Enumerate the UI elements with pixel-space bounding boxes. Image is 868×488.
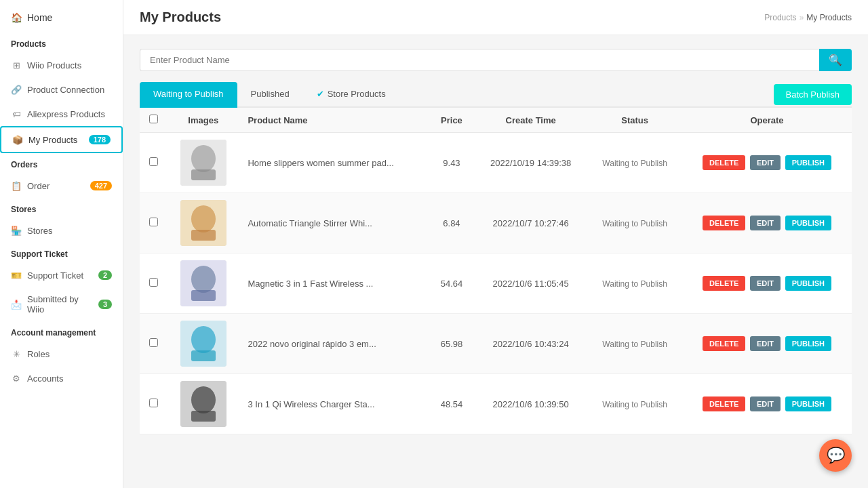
search-button[interactable]: 🔍 bbox=[819, 49, 852, 71]
product-image-2 bbox=[180, 200, 226, 246]
sidebar-label-accounts: Accounts bbox=[27, 373, 63, 384]
sidebar-item-stores[interactable]: 🏪 Stores bbox=[0, 218, 123, 243]
row-checkbox-1[interactable] bbox=[149, 157, 158, 166]
main-content: My Products Products » My Products 🔍 Wai… bbox=[123, 0, 868, 488]
sidebar-item-submitted-by-wiio[interactable]: 📩 Submitted by Wiio 3 bbox=[0, 287, 123, 321]
delete-button-2[interactable]: DELETE bbox=[703, 216, 745, 230]
delete-button-4[interactable]: DELETE bbox=[703, 336, 745, 351]
product-operate-1: DELETE EDIT PUBLISH bbox=[682, 133, 852, 193]
publish-button-5[interactable]: PUBLISH bbox=[785, 396, 831, 411]
product-image-3 bbox=[180, 260, 226, 306]
table-header-status: Status bbox=[587, 108, 682, 133]
product-operate-2: DELETE EDIT PUBLISH bbox=[682, 193, 852, 253]
sidebar-section-orders: Orders 📋 Order 427 bbox=[0, 153, 123, 198]
product-price-2: 6.84 bbox=[429, 193, 474, 253]
product-operate-5: DELETE EDIT PUBLISH bbox=[682, 374, 852, 434]
sidebar-item-product-connection[interactable]: 🔗 Product Connection bbox=[0, 77, 123, 102]
product-table: Images Product Name Price Create Time St… bbox=[140, 108, 852, 434]
product-price-3: 54.64 bbox=[429, 253, 474, 314]
sidebar-section-support-ticket: Support Ticket 🎫 Support Ticket 2 📩 Subm… bbox=[0, 243, 123, 321]
product-create-time-5: 2022/10/6 10:39:50 bbox=[474, 374, 587, 434]
product-status-2: Waiting to Publish bbox=[587, 193, 682, 253]
table-row: Home slippers women summer pad...9.43202… bbox=[140, 133, 852, 193]
select-all-checkbox[interactable] bbox=[149, 115, 158, 123]
product-price-5: 48.54 bbox=[429, 374, 474, 434]
delete-button-3[interactable]: DELETE bbox=[703, 276, 745, 291]
edit-button-1[interactable]: EDIT bbox=[750, 155, 781, 170]
search-input[interactable] bbox=[140, 49, 819, 71]
product-name-2: Automatic Triangle Stirrer Whi... bbox=[239, 193, 429, 253]
sidebar-label-aliexpress-products: Aliexpress Products bbox=[27, 109, 105, 119]
publish-button-1[interactable]: PUBLISH bbox=[785, 155, 831, 170]
table-row: Magnetic 3 in 1 Fast Wireless ...54.6420… bbox=[140, 253, 852, 314]
edit-button-3[interactable]: EDIT bbox=[750, 276, 781, 291]
sidebar-section-products: Products ⊞ Wiio Products 🔗 Product Conne… bbox=[0, 33, 123, 153]
tabs-row: Waiting to Publish Published ✔ Store Pro… bbox=[140, 82, 852, 108]
sidebar-item-wiio-products[interactable]: ⊞ Wiio Products bbox=[0, 53, 123, 77]
svg-point-4 bbox=[191, 205, 216, 232]
row-checkbox-3[interactable] bbox=[149, 278, 158, 287]
sidebar-item-aliexpress-products[interactable]: 🏷 Aliexpress Products bbox=[0, 102, 123, 126]
sidebar-label-roles: Roles bbox=[27, 349, 50, 359]
sidebar-item-my-products[interactable]: 📦 My Products 178 bbox=[0, 126, 123, 153]
tab-store-products[interactable]: ✔ Store Products bbox=[303, 82, 399, 108]
order-badge: 427 bbox=[90, 181, 112, 190]
product-create-time-3: 2022/10/6 11:05:45 bbox=[474, 253, 587, 314]
product-image-5 bbox=[180, 381, 226, 427]
product-price-1: 9.43 bbox=[429, 133, 474, 193]
publish-button-4[interactable]: PUBLISH bbox=[785, 336, 831, 351]
table-header-create-time: Create Time bbox=[474, 108, 587, 133]
breadcrumb: Products » My Products bbox=[764, 13, 852, 22]
account-management-section-label: Account management bbox=[0, 321, 123, 342]
table-header-product-name: Product Name bbox=[239, 108, 429, 133]
product-operate-3: DELETE EDIT PUBLISH bbox=[682, 253, 852, 314]
svg-rect-2 bbox=[191, 169, 216, 180]
row-checkbox-2[interactable] bbox=[149, 218, 158, 226]
table-header-images: Images bbox=[167, 108, 239, 133]
sidebar-label-support-ticket: Support Ticket bbox=[27, 270, 83, 281]
svg-point-13 bbox=[191, 386, 216, 413]
sidebar-home[interactable]: 🏠 Home bbox=[0, 0, 123, 33]
sidebar-item-order[interactable]: 📋 Order 427 bbox=[0, 174, 123, 198]
sidebar-label-submitted-by-wiio: Submitted by Wiio bbox=[27, 294, 93, 314]
product-operate-4: DELETE EDIT PUBLISH bbox=[682, 314, 852, 374]
table-row: Automatic Triangle Stirrer Whi...6.84202… bbox=[140, 193, 852, 253]
product-name-1: Home slippers women summer pad... bbox=[239, 133, 429, 193]
row-checkbox-5[interactable] bbox=[149, 399, 158, 407]
batch-publish-button[interactable]: Batch Publish bbox=[774, 84, 852, 105]
sidebar-label-product-connection: Product Connection bbox=[27, 85, 104, 95]
product-name-4: 2022 novo original rápido 3 em... bbox=[239, 314, 429, 374]
breadcrumb-parent: Products bbox=[764, 13, 796, 22]
publish-button-3[interactable]: PUBLISH bbox=[785, 276, 831, 291]
tab-published[interactable]: Published bbox=[237, 82, 303, 108]
page-title: My Products bbox=[140, 9, 221, 25]
sidebar-item-accounts[interactable]: ⚙ Accounts bbox=[0, 366, 123, 390]
edit-button-5[interactable]: EDIT bbox=[750, 396, 781, 411]
accounts-icon: ⚙ bbox=[11, 373, 22, 384]
edit-button-2[interactable]: EDIT bbox=[750, 216, 781, 230]
sidebar-item-roles[interactable]: ✳ Roles bbox=[0, 342, 123, 366]
link-icon: 🔗 bbox=[11, 84, 22, 95]
tab-waiting-to-publish[interactable]: Waiting to Publish bbox=[140, 82, 237, 108]
svg-point-7 bbox=[191, 266, 216, 293]
svg-rect-14 bbox=[191, 411, 216, 422]
stores-section-label: Stores bbox=[0, 198, 123, 218]
breadcrumb-separator: » bbox=[800, 13, 804, 22]
publish-button-2[interactable]: PUBLISH bbox=[785, 216, 831, 230]
svg-point-1 bbox=[191, 145, 216, 172]
edit-button-4[interactable]: EDIT bbox=[750, 336, 781, 351]
wiio-icon: 📩 bbox=[11, 299, 22, 310]
products-section-label: Products bbox=[0, 33, 123, 53]
sidebar-item-support-ticket[interactable]: 🎫 Support Ticket 2 bbox=[0, 263, 123, 287]
svg-point-10 bbox=[191, 326, 216, 353]
delete-button-1[interactable]: DELETE bbox=[703, 155, 745, 170]
row-checkbox-4[interactable] bbox=[149, 338, 158, 347]
roles-icon: ✳ bbox=[11, 348, 22, 359]
box-icon: 📦 bbox=[12, 134, 23, 145]
search-bar: 🔍 bbox=[140, 49, 852, 71]
delete-button-5[interactable]: DELETE bbox=[703, 396, 745, 411]
orders-section-label: Orders bbox=[0, 153, 123, 174]
chat-fab[interactable]: 💬 bbox=[819, 439, 852, 472]
product-image-4 bbox=[180, 321, 226, 367]
product-price-4: 65.98 bbox=[429, 314, 474, 374]
